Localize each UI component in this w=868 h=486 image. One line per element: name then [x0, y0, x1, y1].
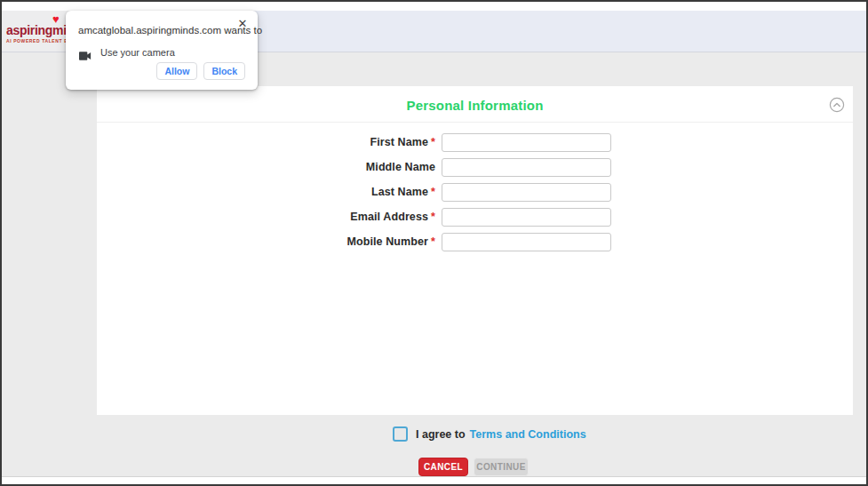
required-asterisk: *: [431, 235, 435, 248]
top-strip: [2, 2, 866, 11]
page-title: Personal Information: [97, 86, 853, 113]
required-asterisk: *: [431, 186, 435, 198]
actions-row: CANCEL CONTINUE: [418, 458, 529, 476]
required-asterisk: *: [431, 136, 435, 148]
bottom-strip: [2, 476, 866, 484]
camera-permission-popup: amcatglobal.aspiringminds.com wants to ✕…: [66, 11, 258, 90]
field-label: Last Name*: [97, 186, 435, 198]
allow-button[interactable]: Allow: [156, 62, 197, 80]
form-row: Middle Name: [97, 158, 853, 176]
camera-icon: [79, 48, 92, 57]
form-row: First Name*: [97, 133, 853, 151]
mobile-number-input[interactable]: [442, 233, 611, 251]
email-address-input[interactable]: [442, 208, 611, 227]
cancel-button[interactable]: CANCEL: [418, 458, 468, 476]
form-row: Mobile Number*: [97, 233, 853, 251]
logo-heart-icon: ♥: [52, 13, 60, 25]
personal-info-form: First Name* Middle Name Last Name* Email…: [97, 123, 853, 251]
camera-request-label: Use your camera: [100, 47, 175, 58]
field-label: Email Address*: [97, 211, 435, 223]
continue-button[interactable]: CONTINUE: [474, 458, 529, 476]
terms-and-conditions-link[interactable]: Terms and Conditions: [470, 428, 586, 441]
first-name-input[interactable]: [442, 133, 611, 152]
field-label: Mobile Number*: [97, 235, 435, 248]
collapse-section-button[interactable]: [829, 97, 845, 113]
form-row: Last Name*: [97, 183, 853, 201]
popup-actions: Allow Block: [156, 62, 245, 80]
popup-title: amcatglobal.aspiringminds.com wants to: [78, 25, 235, 36]
card-header: Personal Information: [97, 86, 853, 123]
agreement-label: I agree to: [416, 428, 466, 441]
required-asterisk: *: [431, 211, 435, 223]
personal-info-card: Personal Information First Name* Middle …: [97, 86, 853, 415]
popup-request-row: Use your camera: [79, 47, 175, 58]
terms-checkbox[interactable]: [393, 426, 408, 442]
block-button[interactable]: Block: [203, 62, 245, 80]
page: ♥ aspiringminds AI POWERED TALENT EVAL P…: [0, 0, 868, 486]
field-label: First Name*: [97, 136, 435, 148]
agreement-row: I agree to Terms and Conditions: [393, 426, 586, 442]
chevron-up-icon: [829, 102, 845, 116]
close-icon[interactable]: ✕: [235, 16, 251, 32]
form-row: Email Address*: [97, 208, 853, 226]
last-name-input[interactable]: [442, 183, 611, 202]
middle-name-input[interactable]: [442, 158, 611, 177]
field-label: Middle Name: [97, 161, 435, 173]
